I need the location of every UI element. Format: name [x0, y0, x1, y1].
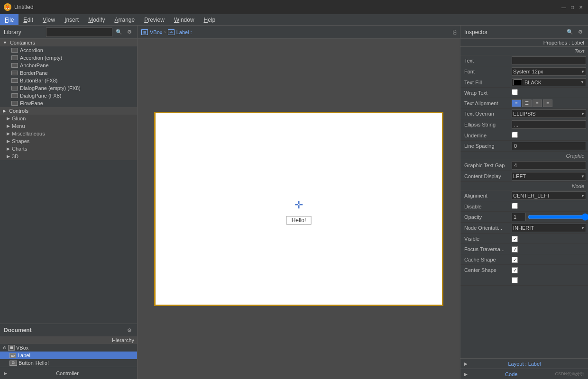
- section-menu[interactable]: ▶Menu: [0, 122, 137, 130]
- text-fill-dropdown-arrow: ▼: [580, 80, 584, 84]
- prop-wrap-text-checkbox[interactable]: [512, 89, 518, 95]
- prop-node-orientation: Node Orientati... INHERIT ▼: [460, 223, 588, 234]
- section-gluon[interactable]: ▶Gluon: [0, 115, 137, 122]
- prop-line-spacing-input[interactable]: [512, 142, 586, 150]
- prop-focus-traversal-checkbox[interactable]: ✓: [512, 246, 518, 253]
- menu-insert[interactable]: Insert: [60, 14, 83, 25]
- menu-file[interactable]: File: [0, 14, 18, 25]
- library-item-accordion-empty[interactable]: Accordion (empty): [0, 54, 137, 62]
- bottom-code-bar: ▶ Code CSDN代码分析: [460, 369, 588, 379]
- breadcrumb-bar: ▦ VBox › ab Label : ⎘: [138, 26, 460, 39]
- prop-font-select[interactable]: System 12px ▼: [512, 67, 586, 76]
- document-section: Document ⚙ Hierarchy ⊖ ▦ VBox ab Label: [0, 324, 137, 367]
- canvas-label-widget[interactable]: Hello!: [286, 216, 312, 225]
- library-search-icon[interactable]: 🔍: [114, 28, 124, 36]
- library-item-anchorpane[interactable]: AnchorPane: [0, 62, 137, 69]
- text-align-left-btn[interactable]: ≡: [512, 99, 521, 107]
- library-settings-icon[interactable]: ⚙: [126, 28, 133, 36]
- library-item-flowpane[interactable]: FlowPane: [0, 99, 137, 107]
- maximize-button[interactable]: □: [569, 4, 576, 10]
- inspector-header: Inspector 🔍 ⚙: [460, 26, 588, 39]
- menu-edit[interactable]: Edit: [18, 14, 38, 25]
- section-containers[interactable]: ▼Containers: [0, 39, 137, 46]
- menu-view[interactable]: View: [38, 14, 60, 25]
- menu-preview[interactable]: Preview: [139, 14, 169, 25]
- menu-modify[interactable]: Modify: [83, 14, 110, 25]
- document-settings-icon[interactable]: ⚙: [126, 327, 133, 334]
- prop-opacity: Opacity: [460, 212, 588, 223]
- menu-help[interactable]: Help: [199, 14, 220, 25]
- close-button[interactable]: ✕: [578, 4, 584, 10]
- csdn-watermark: CSDN代码分析: [555, 371, 584, 377]
- prop-graphic-text-gap-input[interactable]: [512, 161, 586, 170]
- breadcrumb-vbox-icon: ▦: [141, 29, 148, 35]
- window-controls[interactable]: — □ ✕: [560, 4, 584, 10]
- bottom-left-arrow[interactable]: ▶: [464, 361, 468, 366]
- dialogpane-empty-icon: [11, 86, 18, 90]
- alignment-dropdown-arrow: ▼: [581, 194, 585, 198]
- prop-ellipsis-string-input[interactable]: [512, 120, 586, 129]
- vbox-collapse-icon[interactable]: ⊖: [3, 345, 7, 350]
- prop-disable-checkbox[interactable]: [512, 203, 518, 209]
- accordion-icon: [11, 48, 18, 53]
- inspector-settings-icon[interactable]: ⚙: [577, 28, 584, 36]
- prop-content-display-select[interactable]: LEFT ▼: [512, 172, 586, 180]
- library-item-dialogpane[interactable]: DialogPane (FX8): [0, 92, 137, 99]
- bottom-code-arrow[interactable]: ▶: [464, 372, 468, 377]
- prop-underline-checkbox[interactable]: [512, 132, 518, 138]
- prop-visible-checkbox[interactable]: ✓: [512, 236, 518, 242]
- hierarchy-item-button[interactable]: ⊡ Button Hello!: [0, 359, 137, 367]
- library-item-borderpane[interactable]: BorderPane: [0, 69, 137, 77]
- cache-shape-checkmark: ✓: [513, 257, 517, 262]
- prop-text-fill-value[interactable]: BLACK ▼: [512, 78, 586, 86]
- prop-center-shape-checkbox[interactable]: ✓: [512, 267, 518, 273]
- prop-alignment-select[interactable]: CENTER_LEFT ▼: [512, 191, 586, 200]
- prop-text-overrun-select[interactable]: ELLIPSIS ▼: [512, 109, 586, 118]
- breadcrumb-label[interactable]: Label :: [176, 29, 192, 35]
- controller-left-arrow[interactable]: ▶: [4, 371, 7, 376]
- font-dropdown-arrow: ▼: [581, 70, 585, 74]
- code-label: Code: [505, 371, 517, 377]
- prop-text-alignment: Text Alignment ≡ ☰ ≡ ≡: [460, 98, 588, 108]
- section-shapes[interactable]: ▶Shapes: [0, 137, 137, 145]
- hierarchy-item-label[interactable]: ab Label: [0, 352, 137, 359]
- section-charts[interactable]: ▶Charts: [0, 145, 137, 153]
- canvas-area[interactable]: ✛ Hello!: [138, 39, 460, 379]
- section-miscellaneous[interactable]: ▶Miscellaneous: [0, 130, 137, 137]
- library-item-dialogpane-empty[interactable]: DialogPane (empty) (FX8): [0, 84, 137, 92]
- prop-node-orientation-select[interactable]: INHERIT ▼: [512, 224, 586, 232]
- hierarchy-item-vbox[interactable]: ⊖ ▦ VBox: [0, 344, 137, 352]
- prop-cache-shape-checkbox[interactable]: ✓: [512, 257, 518, 263]
- dialogpane-icon: [11, 93, 18, 98]
- prop-extra-checkbox[interactable]: [512, 277, 518, 283]
- properties-label: Properties : Label: [460, 39, 588, 47]
- section-3d[interactable]: ▶3D: [0, 153, 137, 160]
- library-title: Library: [4, 29, 21, 36]
- prop-center-shape: Center Shape ✓: [460, 265, 588, 275]
- text-align-right-btn[interactable]: ≡: [533, 99, 542, 107]
- text-align-center-btn[interactable]: ☰: [522, 99, 532, 107]
- inspector-search-icon[interactable]: 🔍: [565, 28, 575, 36]
- center-panel: ▦ VBox › ab Label : ⎘ ✛ Hello!: [138, 26, 460, 379]
- minimize-button[interactable]: —: [560, 4, 567, 10]
- library-item-accordion[interactable]: Accordion: [0, 46, 137, 54]
- prop-opacity-slider[interactable]: [528, 214, 588, 220]
- hierarchy-label: Hierarchy: [112, 337, 134, 343]
- breadcrumb-vbox[interactable]: VBox: [150, 29, 162, 35]
- section-controls[interactable]: ▶Controls: [0, 107, 137, 115]
- library-search-input[interactable]: [46, 27, 112, 37]
- breadcrumb-action-icon[interactable]: ⎘: [453, 29, 456, 36]
- text-align-justify-btn[interactable]: ≡: [543, 99, 552, 107]
- menu-window[interactable]: Window: [169, 14, 199, 25]
- prop-opacity-input[interactable]: [512, 213, 526, 221]
- menu-arrange[interactable]: Arrange: [110, 14, 139, 25]
- controller-label: Controller: [56, 370, 79, 376]
- prop-text-input[interactable]: [512, 56, 586, 65]
- node-section-label: Node: [460, 182, 588, 190]
- main-layout: Library 🔍 ⚙ ▼Containers Accordion Accord…: [0, 26, 588, 379]
- library-item-buttonbar[interactable]: ButtonBar (FX8): [0, 77, 137, 84]
- prop-ellipsis-string: Ellipsis String: [460, 119, 588, 130]
- prop-font: Font System 12px ▼: [460, 66, 588, 77]
- prop-extra: [460, 275, 588, 286]
- right-panel: Inspector 🔍 ⚙ Properties : Label Text Te…: [460, 26, 588, 379]
